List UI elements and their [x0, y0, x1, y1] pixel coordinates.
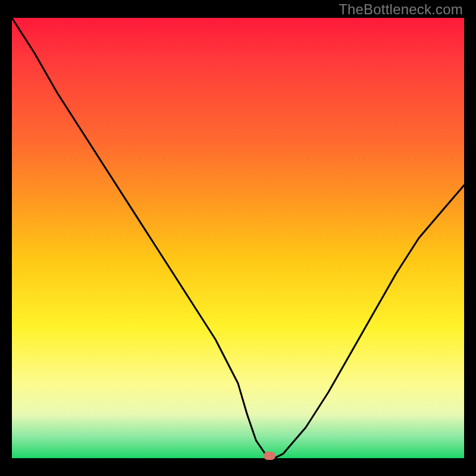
watermark-text: TheBottleneck.com — [339, 1, 463, 18]
line-curve — [12, 18, 464, 458]
bottleneck-marker — [264, 452, 275, 460]
plot-area — [12, 18, 464, 458]
chart-container: TheBottleneck.com — [0, 0, 476, 476]
